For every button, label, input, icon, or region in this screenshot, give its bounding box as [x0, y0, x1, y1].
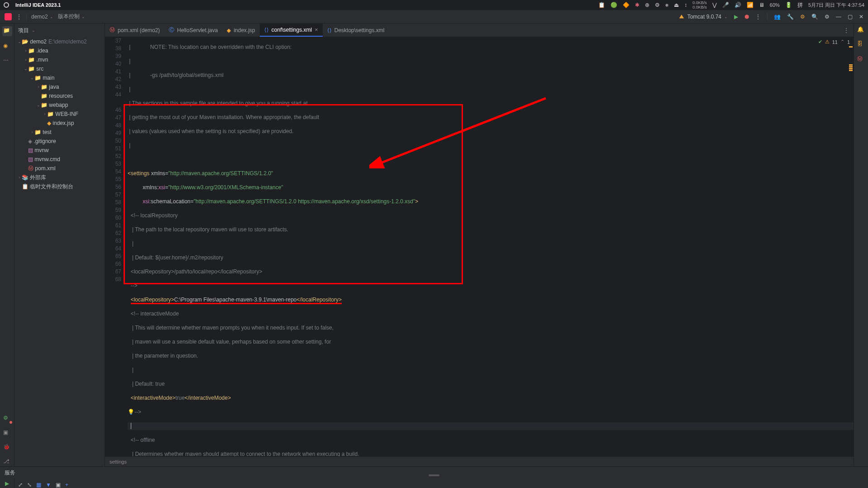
volume-icon[interactable]: 🔊 — [734, 2, 741, 8]
tab-options-icon[interactable]: ⋮ — [839, 24, 854, 37]
search-everywhere-icon[interactable]: 🔍 — [811, 14, 818, 20]
notifications-icon[interactable]: 🔔 — [857, 26, 865, 34]
svc-grid-icon[interactable]: ▦ — [36, 482, 41, 488]
datetime: 5月7日 周日 下午 4:37:54 — [808, 2, 864, 9]
tree-folder-mvn[interactable]: ›📁 .mvn — [14, 55, 105, 64]
settings-sync-icon[interactable]: ⚙ — [800, 14, 805, 20]
app-icon — [5, 13, 12, 20]
tree-file-mvnw[interactable]: ▤ mvnw — [14, 146, 105, 155]
tray-icon[interactable]: 🟢 — [610, 2, 617, 8]
settings-icon[interactable]: ⚙ — [825, 14, 830, 20]
main-menu-icon[interactable]: ⋮ — [16, 14, 22, 20]
maximize-button[interactable]: ▢ — [848, 14, 853, 20]
tree-folder-idea[interactable]: ›📁 .idea — [14, 46, 105, 55]
ide-tools-icon[interactable]: 🔧 — [787, 14, 794, 20]
database-tool-icon[interactable]: 🗄 — [857, 41, 865, 49]
circle-icon — [4, 2, 9, 8]
debug-tool-icon[interactable]: 🐞 — [3, 444, 11, 452]
line-gutter: 3738394041424344 46474849505152535455565… — [105, 37, 125, 456]
svc-add-icon[interactable]: + — [65, 482, 68, 488]
project-panel-header[interactable]: 项目⌄ — [14, 24, 105, 37]
services-toolbar: ⤢ ⤡ ▦ ▼ ▣ + — [14, 478, 868, 488]
vcs-selector[interactable]: 版本控制⌄ — [58, 13, 85, 20]
tray-caret-icon[interactable]: ⋁ — [712, 2, 717, 8]
services-panel: 服务 ▶ ⤢ ⤡ ▦ ▼ ▣ + ⌄Tomcat 服务器 ⌄● 未启动 ⌄Tom… — [0, 466, 868, 488]
editor-breadcrumb[interactable]: settings — [105, 456, 854, 466]
tree-folder-main[interactable]: ⌄📁 main — [14, 73, 105, 82]
minimize-button[interactable]: — — [836, 14, 841, 20]
svc-run-icon[interactable]: ▶ — [5, 480, 9, 487]
app-title: IntelliJ IDEA 2023.1 — [15, 2, 61, 8]
tree-folder-webapp[interactable]: ⌄📁 webapp — [14, 100, 105, 110]
tab-servlet[interactable]: ⒸHelloServlet.java — [164, 24, 222, 37]
close-button[interactable]: ✕ — [859, 14, 863, 20]
right-tool-stripe: 🔔 🗄 Ⓜ — [854, 24, 868, 466]
tree-scratches[interactable]: 📋 临时文件和控制台 — [14, 182, 105, 191]
run-config-selector[interactable]: Tomcat 9.0.74⌄ — [678, 14, 728, 20]
tray-eject-icon[interactable]: ⏏ — [674, 2, 679, 8]
git-tool-icon[interactable]: ⎇ — [3, 458, 11, 466]
tray-icon[interactable]: ↕ — [684, 2, 687, 8]
tree-folder-java[interactable]: ›📁 java — [14, 82, 105, 91]
network-speed: 0.0KB/s0.0KB/s — [692, 0, 707, 10]
main-toolbar: ⋮ demo2⌄ 版本控制⌄ Tomcat 9.0.74⌄ ▶ ⬢ ⋮ 👥 🔧 … — [0, 10, 868, 24]
battery-percent: 60% — [770, 2, 780, 8]
code-with-me-icon[interactable]: 👥 — [774, 14, 781, 20]
battery-icon[interactable]: 🔋 — [785, 2, 792, 8]
tab-indexjsp[interactable]: ◆index.jsp — [222, 24, 259, 37]
tree-folder-test[interactable]: ›📁 test — [14, 128, 105, 137]
project-selector[interactable]: demo2⌄ — [31, 14, 53, 20]
editor-area: Ⓜpom.xml (demo2) ⒸHelloServlet.java ◆ind… — [105, 24, 854, 466]
stop-button[interactable]: ⬢ — [744, 14, 749, 20]
tomcat-icon — [678, 14, 685, 20]
tree-file-gitignore[interactable]: ◈ .gitignore — [14, 137, 105, 146]
project-tool-icon[interactable]: 📁 — [2, 26, 12, 36]
svc-layout-icon[interactable]: ▣ — [56, 482, 61, 488]
resize-handle[interactable] — [429, 474, 439, 476]
tree-file-pomxml[interactable]: Ⓜ pom.xml — [14, 164, 105, 173]
svc-filter-icon[interactable]: ▼ — [46, 482, 51, 488]
tab-pom[interactable]: Ⓜpom.xml (demo2) — [105, 24, 164, 37]
system-menubar: IntelliJ IDEA 2023.1 📋 🟢 🔶 ✱ ⊕ ⚙ ⎈ ⏏ ↕ 0… — [0, 0, 868, 10]
tree-folder-webinf[interactable]: ›📁 WEB-INF — [14, 110, 105, 119]
services-header[interactable]: 服务 — [0, 467, 868, 478]
tray-icon[interactable]: 🔶 — [623, 2, 630, 8]
editor-tabs: Ⓜpom.xml (demo2) ⒸHelloServlet.java ◆ind… — [105, 24, 854, 37]
input-source-icon[interactable]: 拼 — [797, 1, 803, 9]
tab-settings-desktop[interactable]: ⟨⟩Desktop\settings.xml — [323, 24, 389, 37]
terminal-tool-icon[interactable]: ▣ — [3, 429, 11, 437]
tray-icon[interactable]: ⎈ — [665, 2, 668, 8]
wifi-icon[interactable]: 📶 — [747, 2, 754, 8]
more-tool-icon[interactable]: ⋯ — [3, 57, 11, 65]
services-tool-icon[interactable]: ⚙ — [3, 415, 11, 423]
commit-tool-icon[interactable]: ◉ — [3, 43, 11, 51]
project-panel: 项目⌄ ⌄📂 demo2E:\demo\demo2 ›📁 .idea ›📁 .m… — [14, 24, 105, 466]
tray-icon[interactable]: ⚙ — [655, 2, 660, 8]
editor-minimap[interactable] — [848, 37, 854, 456]
mic-icon[interactable]: 🎤 — [722, 2, 729, 8]
code-content[interactable]: | NOTE: This location can be overridden … — [125, 37, 854, 456]
svc-expand-icon[interactable]: ⤢ — [18, 482, 23, 488]
editor-body[interactable]: 3738394041424344 46474849505152535455565… — [105, 37, 854, 456]
left-tool-stripe: 📁 ◉ ⋯ ⚙ ▣ 🐞 ⎇ — [0, 24, 14, 466]
tree-folder-resources[interactable]: 📁 resources — [14, 91, 105, 100]
tray-icon[interactable]: 📋 — [598, 2, 605, 8]
tree-folder-src[interactable]: ⌄📁 src — [14, 64, 105, 73]
tab-close-icon[interactable]: × — [315, 26, 318, 33]
svc-collapse-icon[interactable]: ⤡ — [27, 482, 32, 488]
tree-file-mvnwcmd[interactable]: ▤ mvnw.cmd — [14, 155, 105, 164]
tab-settings-conf[interactable]: ⟨⟩conf\settings.xml× — [260, 24, 323, 37]
run-button[interactable]: ▶ — [734, 14, 738, 20]
display-icon[interactable]: 🖥 — [759, 2, 764, 8]
maven-tool-icon[interactable]: Ⓜ — [857, 55, 865, 63]
more-actions-icon[interactable]: ⋮ — [755, 14, 761, 20]
tree-file-indexjsp[interactable]: ◆ index.jsp — [14, 119, 105, 128]
project-tree[interactable]: ⌄📂 demo2E:\demo\demo2 ›📁 .idea ›📁 .mvn ⌄… — [14, 37, 105, 466]
tree-external-libs[interactable]: ›📚 外部库 — [14, 173, 105, 182]
tray-icon[interactable]: ✱ — [635, 2, 639, 8]
tray-icon[interactable]: ⊕ — [645, 2, 649, 8]
tree-root[interactable]: ⌄📂 demo2E:\demo\demo2 — [14, 37, 105, 46]
editor-inspection-status[interactable]: ✔ ⚠11 ⌃1 — [818, 39, 850, 45]
